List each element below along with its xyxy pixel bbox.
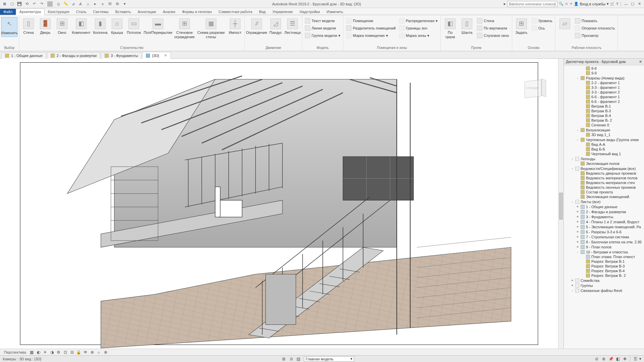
crop-visible-icon[interactable]: ⊟ <box>69 350 75 355</box>
tree-node[interactable]: +1 - Общие данные <box>564 204 644 209</box>
tree-node[interactable]: Ведомость материалов полов <box>564 176 644 180</box>
modify-button[interactable]: ↖Изменить <box>1 17 17 37</box>
area-boundary-button[interactable]: Границы зон <box>398 24 439 32</box>
align-icon[interactable]: ⊿ <box>70 1 76 7</box>
view-cube[interactable]: Спереди <box>521 79 548 106</box>
tree-node[interactable]: -10 - Витражи и отмостка <box>564 249 644 254</box>
expand-icon[interactable]: + <box>576 230 579 234</box>
tab-massing[interactable]: Формы и генплан <box>179 9 215 15</box>
expand-icon[interactable]: - <box>576 76 579 80</box>
tree-node[interactable]: Состав проекта <box>564 190 644 194</box>
expand-icon[interactable]: + <box>576 235 579 239</box>
tree-node[interactable]: Вид А-А <box>564 142 644 147</box>
room-tag-button[interactable]: Марка помещения▾ <box>345 32 397 39</box>
curtain-grid-button[interactable]: ▦Схема разрезки стены <box>196 17 226 41</box>
tree-node[interactable]: Витраж В- 2 <box>564 118 644 123</box>
measure-icon[interactable]: 📏 <box>63 1 68 7</box>
save-icon[interactable]: 💾 <box>17 1 22 7</box>
tree-node[interactable]: +Группы <box>564 283 644 288</box>
show-button[interactable]: Показать <box>574 17 616 24</box>
tab-view[interactable]: Вид <box>256 9 269 15</box>
tree-node[interactable]: -Связанные файлы Revit <box>564 288 644 293</box>
stair-button[interactable]: ☰Лестница <box>284 17 301 36</box>
expand-icon[interactable]: + <box>576 220 579 224</box>
tree-node[interactable]: Разрез: Витраж В- 2 <box>564 273 644 278</box>
tab-annotate[interactable]: Аннотации <box>135 9 160 15</box>
tree-node[interactable]: +5 - Экспликация помещений. Ра <box>564 224 644 229</box>
select-links-icon[interactable]: ⊘ <box>594 356 600 362</box>
tree-node[interactable]: Экспликация помещений <box>564 194 644 199</box>
section-icon[interactable]: ▸ <box>93 1 98 7</box>
viewer-button[interactable]: Просмотр <box>574 32 616 39</box>
tree-node[interactable]: Чертежный вид 1 <box>564 152 644 156</box>
railing-button[interactable]: ⫽Ограждение <box>246 17 267 36</box>
tree-node[interactable]: Витраж В-4 <box>564 113 644 118</box>
select-pinned-icon[interactable]: 📌 <box>608 356 614 362</box>
tree-node[interactable]: Ведомость материалов стен <box>564 180 644 185</box>
3d-viewport[interactable]: Спереди <box>0 59 558 349</box>
tree-node[interactable]: +6 - Разрезы 3-3 и 6-6 <box>564 229 644 234</box>
model-group-button[interactable]: Группа модели▾ <box>304 32 342 39</box>
mullion-button[interactable]: ┼Импост <box>227 17 243 36</box>
reveal-icon[interactable]: ⊕ <box>89 350 95 355</box>
tab-modify[interactable]: Изменить <box>323 9 347 15</box>
by-face-button[interactable]: ◧По грани <box>442 17 458 41</box>
tree-node[interactable]: 3-3 - фрагмент 2 <box>564 90 644 95</box>
area-tag-button[interactable]: Марка зоны▾ <box>398 32 439 39</box>
expand-icon[interactable]: + <box>576 245 579 249</box>
text-icon[interactable]: A <box>78 1 83 7</box>
tree-node[interactable]: Разрез: Витраж В-1 <box>564 259 644 264</box>
tree-node[interactable]: +4 - Планы 1 и 2 этажей, Водост <box>564 219 644 224</box>
browser-tree[interactable]: 8-89-9-Разрезы (Номер вида)2-2 - фрагмен… <box>564 65 644 349</box>
tree-node[interactable]: Разрез: Витраж В-4 <box>564 268 644 273</box>
crop-icon[interactable]: ⊡ <box>62 350 68 355</box>
tab-structure[interactable]: Конструкция <box>45 9 73 15</box>
tree-node[interactable]: 6-6 - фрагмент 1 <box>564 95 644 99</box>
ramp-button[interactable]: ◿Пандус <box>268 17 284 36</box>
tree-node[interactable]: +2 - Фасады и развертки <box>564 209 644 214</box>
close-icon[interactable]: ✕ <box>164 53 167 58</box>
tab-analyze[interactable]: Анализ <box>159 9 178 15</box>
wall-button[interactable]: ▯Стена <box>20 17 37 36</box>
view-tab[interactable]: 2 - Фасады и развертки <box>47 52 100 59</box>
tab-manage[interactable]: Управление <box>269 9 296 15</box>
roof-button[interactable]: ⌂Крыша <box>109 17 125 36</box>
search-icon[interactable]: 🔍 <box>559 2 564 6</box>
tree-node[interactable]: 6-6 - фрагмент 2 <box>564 99 644 104</box>
set-button[interactable]: ⊞Задать <box>514 17 530 36</box>
search-input[interactable] <box>507 1 557 7</box>
tab-file[interactable]: Файл <box>0 9 16 15</box>
fav-icon[interactable]: ✧ <box>570 2 573 6</box>
model-text-button[interactable]: Текст модели <box>304 17 342 24</box>
area-button[interactable]: Распределенная▾ <box>398 17 439 24</box>
shaft-button[interactable]: ▯Шахта <box>459 17 475 36</box>
curtain-system-button[interactable]: ⊞Стеновое ограждение <box>174 17 195 41</box>
tree-node[interactable]: 3-3 - фрагмент 1 <box>564 85 644 90</box>
tree-node[interactable]: -Чертежные виды (Группа элем <box>564 137 644 142</box>
tree-node[interactable]: Ведомость оконных проемов <box>564 185 644 190</box>
vertical-opening-button[interactable]: По вертикали <box>476 24 511 32</box>
dropdown-icon[interactable]: ▾ <box>607 2 609 6</box>
expand-icon[interactable]: + <box>576 215 579 219</box>
expand-icon[interactable]: - <box>571 166 574 171</box>
undo-icon[interactable]: ↶ <box>32 1 37 7</box>
tab-architecture[interactable]: Архитектура <box>16 8 45 15</box>
help-icon[interactable]: ? <box>616 2 618 6</box>
expand-icon[interactable]: - <box>576 128 579 132</box>
workset-icon[interactable]: ⊞ <box>281 356 287 362</box>
tree-node[interactable]: -Листы (все) <box>564 199 644 204</box>
editable-only-icon[interactable]: ▤ <box>295 356 301 362</box>
view-tab-active[interactable]: {3D}✕ <box>142 52 170 59</box>
view-tab[interactable]: 3 - Фундаменты <box>101 52 142 59</box>
tree-node[interactable]: Вид Б-Б <box>564 147 644 152</box>
door-button[interactable]: 🚪Дверь <box>37 17 53 36</box>
scale-label[interactable]: Перспектива <box>2 350 28 354</box>
expand-icon[interactable]: - <box>576 250 579 254</box>
tree-node[interactable]: 2-2 - фрагмент 1 <box>564 80 644 85</box>
tree-node[interactable]: -Визуализация <box>564 127 644 132</box>
analytical-icon[interactable]: ⟐ <box>96 350 102 355</box>
tree-node[interactable]: Разрез: Витраж В-3 <box>564 264 644 268</box>
switch-windows-icon[interactable]: ⧉ <box>115 1 120 7</box>
tree-node[interactable]: Экспликация полов <box>564 161 644 166</box>
tree-node[interactable]: Ведомость дверных проемов <box>564 171 644 176</box>
